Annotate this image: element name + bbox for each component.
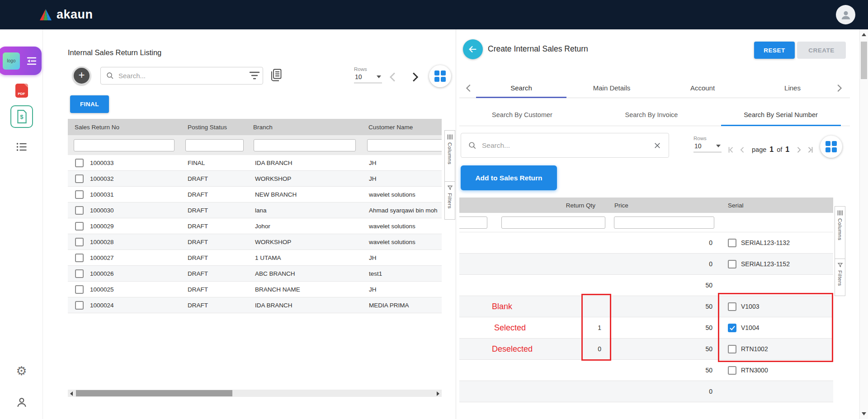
row-checkbox[interactable] — [75, 159, 84, 167]
prev-page-icon[interactable] — [738, 146, 747, 154]
add-to-sales-return-button[interactable]: Add to Sales Return — [461, 165, 557, 190]
sidebar-logo-button[interactable]: logo — [0, 47, 42, 75]
row-checkbox[interactable] — [75, 238, 84, 246]
left-panel-title: Internal Sales Return Listing — [68, 48, 161, 57]
left-side-tabs: Columns Filters — [444, 130, 455, 220]
filter-branch[interactable] — [254, 139, 356, 151]
serial-number: SERIAL123-1132 — [741, 239, 790, 246]
scroll-down-arrow[interactable] — [862, 412, 866, 415]
sales-return-no: 1000028 — [90, 239, 114, 245]
customer-name: JH — [362, 286, 442, 293]
tabs-scroll-left[interactable] — [464, 83, 474, 95]
settings-button[interactable]: ⚙ — [0, 365, 43, 377]
customer-name: wavelet solutions — [362, 223, 442, 230]
arrow-left-icon — [468, 44, 478, 54]
pdf-app-icon[interactable]: PDF — [0, 84, 43, 98]
scroll-left-arrow[interactable] — [70, 391, 73, 396]
serial-checkbox[interactable] — [728, 239, 736, 247]
next-page-button[interactable] — [409, 71, 421, 85]
add-new-button[interactable]: + — [72, 66, 91, 85]
row-checkbox[interactable] — [75, 285, 84, 294]
subtab-search-by-customer[interactable]: Search By Customer — [492, 111, 552, 118]
filter-sales-return-no[interactable] — [74, 139, 175, 151]
tab-search[interactable]: Search — [510, 84, 532, 92]
tab-main-details[interactable]: Main Details — [593, 84, 631, 92]
tabs-scroll-right[interactable] — [834, 83, 844, 95]
scroll-right-arrow[interactable] — [437, 391, 439, 396]
filter-customer-name[interactable] — [367, 139, 442, 151]
row-checkbox[interactable] — [75, 269, 84, 278]
posting-status: DRAFT — [181, 223, 246, 230]
serial-checkbox[interactable] — [728, 302, 736, 311]
annotation-selected: Selected — [494, 323, 526, 333]
subtab-search-by-serial-number[interactable]: Search By Serial Number — [744, 111, 818, 118]
pages-icon[interactable] — [270, 69, 282, 83]
right-grid-view-button[interactable] — [820, 136, 842, 158]
posting-status: DRAFT — [181, 270, 246, 277]
tab-account[interactable]: Account — [690, 84, 715, 92]
next-page-icon[interactable] — [794, 146, 803, 154]
scroll-up-arrow[interactable] — [862, 33, 866, 36]
customer-name: wavelet solutions — [362, 239, 442, 245]
filters-vertical-tab[interactable]: Filters — [835, 259, 845, 296]
columns-vertical-tab[interactable]: Columns — [445, 131, 455, 181]
back-button[interactable] — [463, 39, 483, 59]
rows-select[interactable]: 10 — [693, 141, 722, 152]
columns-tab-label: Columns — [837, 218, 843, 240]
serial-checkbox[interactable] — [728, 260, 736, 268]
row-checkbox[interactable] — [75, 254, 84, 262]
serial-checkbox[interactable] — [728, 345, 736, 353]
serial-cell: RTN1002 — [718, 345, 833, 353]
search-icon — [106, 72, 114, 80]
active-subtab-underline — [721, 125, 841, 126]
left-grid-view-button[interactable] — [429, 65, 451, 87]
serial-checkbox[interactable] — [728, 366, 736, 375]
left-search-input[interactable] — [118, 71, 258, 80]
serial-search-input[interactable] — [481, 141, 653, 150]
filter-price[interactable] — [614, 217, 714, 229]
list-menu-icon[interactable] — [0, 142, 43, 151]
filter-clipped-column[interactable] — [459, 217, 487, 229]
serial-checkbox[interactable] — [728, 324, 736, 332]
price-cell: 50 — [608, 367, 718, 374]
gear-icon: ⚙ — [16, 365, 27, 377]
clear-search-icon[interactable] — [653, 141, 661, 150]
scrollbar-thumb[interactable] — [76, 390, 232, 396]
app-logo[interactable]: akaun — [39, 0, 93, 29]
scrollbar-thumb[interactable] — [861, 42, 867, 79]
columns-tab-label: Columns — [447, 142, 453, 165]
branch: IDA BRANCH — [246, 302, 362, 309]
row-checkbox[interactable] — [75, 222, 84, 231]
user-icon — [840, 9, 852, 21]
profile-button[interactable] — [0, 396, 43, 408]
posting-status: DRAFT — [181, 254, 246, 261]
row-checkbox[interactable] — [75, 206, 84, 215]
columns-vertical-tab[interactable]: Columns — [835, 207, 845, 259]
user-avatar[interactable] — [836, 5, 855, 24]
reset-button[interactable]: RESET — [754, 42, 795, 59]
row-checkbox[interactable] — [75, 190, 84, 199]
rows-select[interactable]: 10 — [354, 72, 382, 83]
sales-app-icon[interactable]: $ — [0, 105, 43, 128]
row-checkbox[interactable] — [75, 174, 84, 183]
horizontal-scrollbar[interactable] — [68, 390, 442, 397]
create-button[interactable]: CREATE — [797, 42, 846, 59]
subtab-search-by-invoice[interactable]: Search By Invoice — [625, 111, 678, 118]
akaun-logo-icon — [39, 9, 52, 21]
row-checkbox[interactable] — [75, 301, 84, 310]
vertical-scrollbar[interactable] — [859, 29, 868, 419]
prev-page-button[interactable] — [387, 71, 399, 85]
filter-return-qty[interactable] — [501, 217, 605, 229]
filter-list-icon[interactable] — [249, 71, 260, 82]
filters-vertical-tab[interactable]: Filters — [445, 181, 455, 219]
tab-lines[interactable]: Lines — [784, 84, 801, 92]
filter-posting-status[interactable] — [185, 139, 244, 151]
table-row: 1000032DRAFTWORKSHOPJH — [68, 171, 442, 187]
table-row: 0SERIAL123-1132 — [459, 232, 833, 254]
final-status-button[interactable]: FINAL — [70, 95, 109, 113]
first-page-icon[interactable] — [726, 146, 735, 154]
rows-value: 10 — [694, 142, 702, 150]
brand-name: akaun — [57, 8, 93, 22]
active-tab-underline — [476, 97, 566, 98]
last-page-icon[interactable] — [806, 146, 815, 154]
